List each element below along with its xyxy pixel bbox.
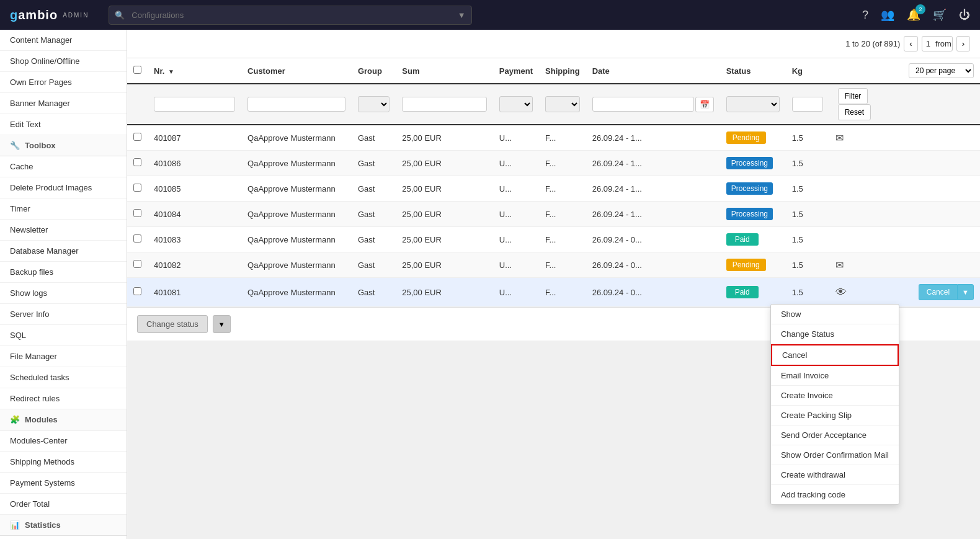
cancel-dropdown-btn[interactable]: ▼ xyxy=(957,284,974,300)
col-group[interactable]: Group xyxy=(352,58,396,84)
dropdown-item-create-withdrawal[interactable]: Create withdrawal xyxy=(771,465,899,485)
row-checkbox[interactable] xyxy=(133,287,141,295)
action-icon-col xyxy=(829,202,902,227)
dropdown-item-email-invoice[interactable]: Email Invoice xyxy=(771,366,899,386)
sidebar-item-newsletter[interactable]: Newsletter xyxy=(0,220,127,241)
dropdown-item-cancel[interactable]: Cancel xyxy=(771,344,899,366)
sidebar-item-show-logs[interactable]: Show logs xyxy=(0,283,127,304)
cancel-main-btn[interactable]: Cancel xyxy=(919,284,957,300)
order-status: Pending xyxy=(720,252,786,278)
dropdown-item-show-order-confirmation-mail[interactable]: Show Order Confirmation Mail xyxy=(771,445,899,465)
sidebar-item-order-total[interactable]: Order Total xyxy=(0,494,127,515)
order-id: 401086 xyxy=(148,151,241,176)
sidebar-item-banner-manager[interactable]: Banner Manager xyxy=(0,93,127,114)
sidebar-section-toolbox[interactable]: 🔧Toolbox xyxy=(0,135,127,156)
row-checkbox[interactable] xyxy=(133,133,141,141)
status-badge: Processing xyxy=(726,208,773,220)
row-checkbox[interactable] xyxy=(133,234,141,243)
sidebar-item-shipping-methods[interactable]: Shipping Methods xyxy=(0,452,127,473)
sidebar-item-edit-text[interactable]: Edit Text xyxy=(0,114,127,135)
top-navbar: gambio ADMIN 🔍 ▼ ? 👥 🔔 2 🛒 ⏻ xyxy=(0,0,980,30)
action-btn-col xyxy=(902,227,980,252)
sidebar-item-sql[interactable]: SQL xyxy=(0,325,127,346)
change-status-button[interactable]: Change status xyxy=(137,315,208,333)
sidebar-section-modules[interactable]: 🧩Modules xyxy=(0,409,127,430)
row-checkbox[interactable] xyxy=(133,158,141,166)
col-date[interactable]: Date xyxy=(586,58,720,84)
help-icon[interactable]: ? xyxy=(862,9,868,22)
bell-icon[interactable]: 🔔 2 xyxy=(907,8,920,22)
col-nr[interactable]: Nr. ▼ xyxy=(148,58,241,84)
filter-sum-input[interactable] xyxy=(402,97,487,112)
col-customer[interactable]: Customer xyxy=(241,58,352,84)
row-checkbox[interactable] xyxy=(133,209,141,217)
pagination-prev-btn[interactable]: ‹ xyxy=(904,36,917,51)
col-kg[interactable]: Kg xyxy=(786,58,829,84)
cart-icon[interactable]: 🛒 xyxy=(933,8,947,22)
reset-button[interactable]: Reset xyxy=(838,104,871,120)
table-row: 401081 QaApprove Mustermann Gast 25,00 E… xyxy=(127,278,980,307)
col-payment[interactable]: Payment xyxy=(493,58,539,84)
row-checkbox[interactable] xyxy=(133,184,141,192)
sidebar-item-modules-center[interactable]: Modules-Center xyxy=(0,430,127,452)
col-shipping[interactable]: Shipping xyxy=(539,58,586,84)
col-status[interactable]: Status xyxy=(720,58,786,84)
col-sum[interactable]: Sum xyxy=(396,58,493,84)
sidebar-item-server-info[interactable]: Server Info xyxy=(0,304,127,325)
sidebar-item-file-manager[interactable]: File Manager xyxy=(0,346,127,367)
pagination-next-btn[interactable]: › xyxy=(956,36,970,51)
sidebar-section-statistics[interactable]: 📊Statistics xyxy=(0,515,127,536)
sidebar-item-content-manager[interactable]: Content Manager xyxy=(0,30,127,51)
calendar-icon[interactable]: 📅 xyxy=(695,97,714,112)
dropdown-item-add-tracking-code[interactable]: Add tracking code xyxy=(771,485,899,504)
filter-group-select[interactable]: Gast xyxy=(358,96,390,112)
change-status-dropdown-btn[interactable]: ▼ xyxy=(213,315,231,333)
eye-icon[interactable]: 👁 xyxy=(835,286,847,298)
dropdown-item-create-packing-slip[interactable]: Create Packing Slip xyxy=(771,406,899,425)
table-row: 401087 QaApprove Mustermann Gast 25,00 E… xyxy=(127,125,980,151)
admin-badge: ADMIN xyxy=(63,12,89,19)
sidebar-item-cache[interactable]: Cache xyxy=(0,156,127,177)
page-input-group[interactable]: 1 from ▼ xyxy=(922,36,953,51)
col-per-page: 20 per page 50 per page 100 per page xyxy=(902,58,980,84)
action-icon-col: 👁 xyxy=(829,278,902,307)
search-input[interactable] xyxy=(109,6,471,25)
select-all-checkbox[interactable] xyxy=(133,66,141,74)
filter-nr-input[interactable] xyxy=(154,97,235,112)
sidebar-item-own-error-pages[interactable]: Own Error Pages xyxy=(0,72,127,93)
sidebar-item-shop-online/offline[interactable]: Shop Online/Offline xyxy=(0,51,127,72)
sidebar-item-delete-product-images[interactable]: Delete Product Images xyxy=(0,177,127,198)
sidebar-item-backup-files[interactable]: Backup files xyxy=(0,262,127,283)
dropdown-item-change-status[interactable]: Change Status xyxy=(771,324,899,344)
status-badge: Processing xyxy=(726,182,773,195)
sidebar-item-scheduled-tasks[interactable]: Scheduled tasks xyxy=(0,367,127,388)
per-page-select[interactable]: 20 per page 50 per page 100 per page xyxy=(909,63,974,78)
filter-button[interactable]: Filter xyxy=(838,88,868,104)
search-dropdown-arrow[interactable]: ▼ xyxy=(458,11,466,20)
cancel-split-btn[interactable]: Cancel ▼ xyxy=(919,284,974,300)
sidebar-item-payment-systems[interactable]: Payment Systems xyxy=(0,473,127,494)
filter-shipping-select[interactable] xyxy=(545,96,580,112)
filter-customer-input[interactable] xyxy=(247,97,345,112)
power-icon[interactable]: ⏻ xyxy=(959,9,970,22)
sidebar-item-database-manager[interactable]: Database Manager xyxy=(0,241,127,262)
dropdown-item-show[interactable]: Show xyxy=(771,305,899,324)
order-status: Paid xyxy=(720,227,786,252)
filter-status-select[interactable]: Pending Processing Paid xyxy=(726,96,780,112)
pagination-range: 1 to 20 (of 891) xyxy=(845,39,900,48)
sidebar-item-overview[interactable]: Overview xyxy=(0,536,127,539)
filter-payment-select[interactable] xyxy=(499,96,533,112)
action-btn-col xyxy=(902,125,980,151)
search-bar[interactable]: 🔍 ▼ xyxy=(109,6,471,25)
row-checkbox[interactable] xyxy=(133,260,141,268)
filter-date-input[interactable] xyxy=(592,97,694,112)
payment-method: U... xyxy=(493,252,539,278)
filter-kg-input[interactable] xyxy=(792,97,823,112)
sidebar-item-redirect-rules[interactable]: Redirect rules xyxy=(0,388,127,409)
dropdown-item-send-order-acceptance[interactable]: Send Order Acceptance xyxy=(771,425,899,445)
shipping-method: F... xyxy=(539,125,586,151)
dropdown-item-create-invoice[interactable]: Create Invoice xyxy=(771,386,899,406)
users-icon[interactable]: 👥 xyxy=(881,8,894,22)
action-icon-col xyxy=(829,151,902,176)
sidebar-item-timer[interactable]: Timer xyxy=(0,198,127,220)
